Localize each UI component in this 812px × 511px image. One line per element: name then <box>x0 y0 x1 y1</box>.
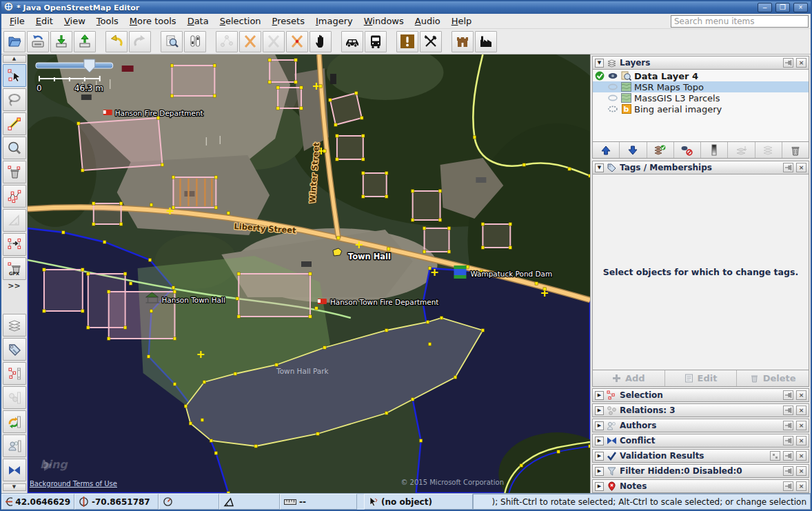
pan-button[interactable] <box>309 31 332 52</box>
expand-arrow-icon[interactable]: ▶ <box>595 452 604 461</box>
hidden-eye-icon[interactable] <box>607 82 618 92</box>
selection-panel-header[interactable]: ▶ Selection × <box>592 388 809 402</box>
hidden-eye-icon[interactable] <box>607 93 618 103</box>
panel-close-button[interactable]: × <box>796 466 806 476</box>
sticky-pin-button[interactable] <box>783 58 793 68</box>
delete-tag-button[interactable]: Delete <box>737 370 809 386</box>
menu-edit[interactable]: Edit <box>30 14 59 28</box>
add-tag-button[interactable]: Add <box>593 370 665 386</box>
panel-close-button[interactable]: × <box>796 390 806 400</box>
sticky-pin-button[interactable] <box>783 405 793 415</box>
panel-close-button[interactable]: × <box>796 481 806 491</box>
layer-visibility-button[interactable] <box>674 142 701 158</box>
sticky-pin-button[interactable] <box>783 421 793 430</box>
toolbar-scroll-up[interactable]: ▲ <box>3 55 26 63</box>
collapse-arrow-icon[interactable]: ▼ <box>595 59 604 68</box>
menu-tools[interactable]: Tools <box>91 14 124 28</box>
menu-audio[interactable]: Audio <box>409 14 446 28</box>
validation-options-button[interactable] <box>770 451 780 461</box>
panel-close-button[interactable]: × <box>796 436 806 445</box>
panel-close-button[interactable]: × <box>796 421 806 430</box>
toggle-selection-panel-button[interactable] <box>3 362 26 385</box>
download-button[interactable] <box>50 31 72 52</box>
expand-arrow-icon[interactable]: ▶ <box>595 437 604 445</box>
panel-close-button[interactable]: × <box>796 58 806 68</box>
visible-eye-icon[interactable] <box>607 71 618 81</box>
expand-arrow-icon[interactable]: ▶ <box>595 406 604 415</box>
expand-arrow-icon[interactable]: ▶ <box>595 391 604 400</box>
layer-row-bing[interactable]: b Bing aerial imagery <box>593 103 809 114</box>
background-terms-link[interactable]: Background Terms of Use <box>30 480 117 488</box>
preset-car-button[interactable] <box>341 31 363 52</box>
preset-restaurant-button[interactable] <box>420 31 442 52</box>
toggle-relations-panel-button[interactable] <box>3 386 26 409</box>
undo-button[interactable] <box>105 31 128 52</box>
map-canvas[interactable]: Hanson Fire Department Winter Street Lib… <box>28 54 590 493</box>
layer-move-down-button[interactable] <box>620 142 647 158</box>
zoom-tool-button[interactable] <box>3 137 26 159</box>
layer-opacity-button[interactable] <box>701 142 728 158</box>
merge-nodes-tool-button[interactable] <box>3 233 26 256</box>
unglue-button[interactable] <box>263 31 285 52</box>
preferences-button[interactable] <box>184 31 206 52</box>
preset-castle-button[interactable] <box>451 31 474 52</box>
filter-panel-header[interactable]: ▶ Filter Hidden:0 Disabled:0 × <box>592 464 809 478</box>
panel-close-button[interactable]: × <box>796 451 806 461</box>
toggle-conflict-panel-button[interactable] <box>3 459 26 481</box>
toggle-commands-panel-button[interactable] <box>3 410 26 433</box>
notes-panel-header[interactable]: ▶ Notes × <box>592 479 809 493</box>
layer-row-data-layer[interactable]: Data Layer 4 <box>593 70 809 81</box>
redo-button[interactable] <box>129 31 151 52</box>
close-button[interactable]: × <box>793 3 808 12</box>
preset-hazard-button[interactable] <box>396 31 418 52</box>
sticky-pin-button[interactable] <box>783 466 793 476</box>
maximize-button[interactable]: ❐ <box>775 3 790 12</box>
split-node-button[interactable] <box>286 31 308 52</box>
collapse-arrow-icon[interactable]: ▼ <box>595 163 604 172</box>
sticky-pin-button[interactable] <box>783 436 793 445</box>
panel-close-button[interactable]: × <box>796 163 806 172</box>
improve-way-tool-button[interactable] <box>3 185 26 208</box>
sticky-pin-button[interactable] <box>783 163 793 172</box>
toggle-tags-panel-button[interactable] <box>3 338 26 361</box>
layer-activate-button[interactable] <box>647 142 674 158</box>
menu-presets[interactable]: Presets <box>267 14 310 28</box>
validation-panel-header[interactable]: ▶ Validation Results × <box>592 449 809 463</box>
toggle-authors-panel-button[interactable] <box>3 434 26 457</box>
expand-arrow-icon[interactable]: ▶ <box>595 467 604 476</box>
layer-row-msr-topo[interactable]: MSR Maps Topo <box>593 81 809 92</box>
draw-tool-button[interactable] <box>3 112 26 135</box>
menu-file[interactable]: File <box>4 14 30 28</box>
layer-delete-button[interactable] <box>782 142 809 158</box>
expand-arrow-icon[interactable]: ▶ <box>595 421 604 430</box>
layer-move-up-button[interactable] <box>593 142 620 158</box>
upload-button[interactable] <box>74 31 96 52</box>
open-button[interactable] <box>3 31 26 52</box>
menu-more-tools[interactable]: More tools <box>124 14 182 28</box>
conflict-panel-header[interactable]: ▶ Conflict × <box>592 434 809 448</box>
layer-merge-button[interactable] <box>728 142 755 158</box>
menu-search-input[interactable] <box>671 15 809 28</box>
minimize-button[interactable]: – <box>758 3 772 12</box>
menu-imagery[interactable]: Imagery <box>310 14 358 28</box>
extrude-tool-button[interactable] <box>3 209 26 232</box>
combine-way-button[interactable] <box>216 31 238 52</box>
relations-panel-header[interactable]: ▶ Relations: 3 × <box>592 403 809 417</box>
sticky-pin-button[interactable] <box>783 481 793 491</box>
panel-close-button[interactable]: × <box>796 405 806 415</box>
split-way-button[interactable] <box>239 31 261 52</box>
expand-arrow-icon[interactable]: ▶ <box>595 482 604 491</box>
partial-eye-icon[interactable] <box>607 104 618 114</box>
preset-works-button[interactable] <box>475 31 497 52</box>
sticky-pin-button[interactable] <box>783 390 793 400</box>
authors-panel-header[interactable]: ▶ Authors × <box>592 419 809 432</box>
menu-data[interactable]: Data <box>182 14 214 28</box>
menu-view[interactable]: View <box>59 14 91 28</box>
menu-help[interactable]: Help <box>446 14 478 28</box>
sticky-pin-button[interactable] <box>783 451 793 461</box>
preset-bus-button[interactable] <box>365 31 387 52</box>
delete-tool-button[interactable] <box>3 161 26 183</box>
menu-selection[interactable]: Selection <box>214 14 267 28</box>
toggle-layers-panel-button[interactable] <box>3 314 26 337</box>
lasso-tool-button[interactable] <box>3 88 26 111</box>
